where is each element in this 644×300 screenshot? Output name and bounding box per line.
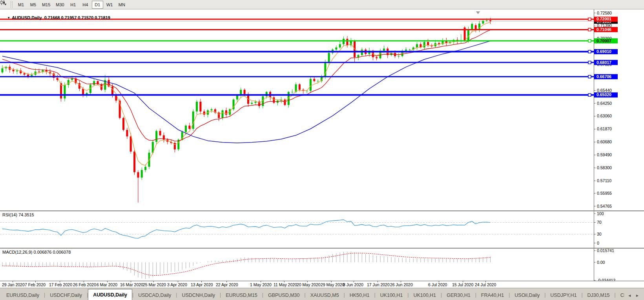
ohlc-open: 0.71668 bbox=[44, 15, 60, 20]
price-tick-label: 0.61870 bbox=[597, 126, 612, 131]
macd-canvas[interactable]: 0.0157410.00-0.024412 bbox=[0, 249, 644, 281]
chart-tab-fra40-h1[interactable]: FRA40,H1 bbox=[476, 290, 509, 300]
price-tick-label: 0.55955 bbox=[597, 191, 612, 196]
chart-tabs: EURUSD,Daily|USDCHF,Daily|AUDUSD,Daily|U… bbox=[2, 288, 624, 300]
macd-label: MACD(12,26,9) 0.006876 0.006078 bbox=[2, 250, 71, 254]
price-tick-label: 0.64250 bbox=[597, 101, 612, 106]
chart-tab-china300-h4[interactable]: CHINA300,H4 bbox=[616, 290, 624, 300]
price-tick-label: 0.63060 bbox=[597, 113, 612, 118]
main-chart-panel[interactable]: ▼AUDUSD,Daily 0.71668 0.71957 0.71570 0.… bbox=[0, 9, 644, 210]
hline-handle[interactable] bbox=[588, 75, 591, 78]
collapse-triangle-icon[interactable]: ▼ bbox=[7, 16, 10, 20]
macd-tick-label: -0.024412 bbox=[597, 278, 615, 281]
hline-handle[interactable] bbox=[588, 61, 591, 64]
macd-tick-label: 0.00 bbox=[597, 260, 605, 265]
timeframe-button-m15[interactable]: M15 bbox=[40, 1, 53, 9]
hline-price-label: 0.68017 bbox=[597, 60, 611, 65]
timeframe-button-h1[interactable]: H1 bbox=[68, 1, 79, 9]
date-label: 26 Jun 2020 bbox=[390, 282, 413, 287]
price-tick-label: 0.65440 bbox=[597, 88, 612, 93]
top-toolbar: ▼ M1M5M15M30H1H4D1W1MN bbox=[0, 0, 644, 9]
price-tick-label: 0.54765 bbox=[597, 204, 612, 209]
date-label: 17 Jun 2020 bbox=[367, 282, 390, 287]
chart-tab-usdjpy-h1[interactable]: USDJPY,H1 bbox=[545, 290, 581, 300]
date-label: 26 Feb 2020 bbox=[73, 282, 96, 287]
price-tick-label: 0.58300 bbox=[597, 165, 612, 170]
date-label: 6 Jul 2020 bbox=[428, 282, 447, 287]
hline-handle[interactable] bbox=[588, 50, 591, 53]
hline-price-label: 0.66706 bbox=[597, 74, 611, 79]
date-label: 6 Mar 2020 bbox=[97, 282, 117, 287]
timeframe-button-w1[interactable]: W1 bbox=[104, 1, 115, 9]
timeframe-button-group: M1M5M15M30H1H4D1W1MN bbox=[15, 1, 128, 9]
date-label: 11 May 2020 bbox=[274, 282, 297, 287]
tab-scroll-right-icon[interactable]: ► bbox=[635, 293, 639, 298]
tab-scroll-left-icon[interactable]: ◄ bbox=[628, 293, 631, 298]
rsi-tick-label: 100 bbox=[597, 211, 604, 216]
rsi-tick-label: 30 bbox=[597, 232, 602, 236]
chart-tab-hk50-h1[interactable]: HK50,H1 bbox=[345, 290, 374, 300]
date-label: 3 Apr 2020 bbox=[167, 282, 187, 287]
chart-tab-ger30-h1[interactable]: GER30,H1 bbox=[442, 290, 475, 300]
date-label: 17 Feb 2020 bbox=[49, 282, 72, 287]
ma-slow-line bbox=[2, 41, 491, 143]
date-label: 29 Jan 2020 bbox=[2, 282, 25, 287]
toolbar-grip bbox=[11, 2, 13, 8]
date-axis[interactable]: 29 Jan 20207 Feb 202017 Feb 202026 Feb 2… bbox=[0, 281, 644, 288]
timeframe-button-d1[interactable]: D1 bbox=[92, 1, 103, 9]
date-label: 29 May 2020 bbox=[321, 282, 345, 287]
timeframe-button-m5[interactable]: M5 bbox=[27, 1, 39, 9]
chart-tab-eurusd-daily[interactable]: EURUSD,Daily bbox=[2, 290, 44, 300]
price-tick-label: 0.60680 bbox=[597, 139, 612, 144]
rsi-tick-label: 0 bbox=[597, 241, 599, 245]
price-axis[interactable]: 0.725800.713900.702000.690100.678200.666… bbox=[594, 9, 618, 210]
chart-type-dropdown[interactable]: ▼ bbox=[1, 1, 9, 9]
chart-tab-uk100-h1[interactable]: UK100,H1 bbox=[409, 290, 441, 300]
timeframe-button-m1[interactable]: M1 bbox=[15, 1, 27, 9]
rsi-axis[interactable]: 10070300 bbox=[594, 211, 604, 248]
price-tick-label: 0.57110 bbox=[597, 178, 611, 183]
date-label: 8 Jun 2020 bbox=[343, 282, 363, 287]
tab-scroll-nav: ◄ ► bbox=[624, 293, 642, 300]
date-label: 1 May 2020 bbox=[250, 282, 272, 287]
chart-tab-usdchf-daily[interactable]: USDCHF,Daily bbox=[45, 290, 87, 300]
candlestick-series bbox=[2, 18, 492, 202]
rsi-canvas[interactable]: 10070300 bbox=[0, 211, 644, 248]
macd-axis[interactable]: 0.0157410.00-0.024412 bbox=[594, 249, 616, 281]
hline-handle[interactable] bbox=[588, 18, 591, 20]
chart-tab-gbpusd-m30[interactable]: GBPUSD,M30 bbox=[263, 290, 305, 300]
macd-tick-label: 0.015741 bbox=[597, 249, 614, 253]
timeframe-button-m30[interactable]: M30 bbox=[53, 1, 66, 9]
hline-price-label: 0.70007 bbox=[597, 38, 611, 43]
chart-tab-eurusd-m15[interactable]: EURUSD,M15 bbox=[221, 290, 262, 300]
chart-shift-marker-icon[interactable] bbox=[476, 11, 480, 14]
ohlc-close: 0.71819 bbox=[95, 15, 110, 20]
rsi-panel[interactable]: RSI(14) 74.3515 10070300 bbox=[0, 210, 644, 248]
main-chart-canvas[interactable]: 0.725800.713900.702000.690100.678200.666… bbox=[0, 9, 644, 210]
hline-handle[interactable] bbox=[588, 93, 591, 96]
chart-tab-xauusd-m5[interactable]: XAUUSD,M5 bbox=[306, 290, 344, 300]
date-label: 22 Apr 2020 bbox=[216, 282, 238, 287]
hline-handle[interactable] bbox=[588, 40, 591, 42]
timeframe-button-mn[interactable]: MN bbox=[116, 1, 128, 9]
chart-tab-usdcnh-daily[interactable]: USDCNH,Daily bbox=[177, 290, 220, 300]
date-label: 7 Feb 2020 bbox=[25, 282, 46, 287]
ohlc-high: 0.71957 bbox=[61, 15, 77, 20]
chart-tab-usdcad-daily[interactable]: USDCAD,Daily bbox=[133, 290, 176, 300]
chart-tab-audusd-daily[interactable]: AUDUSD,Daily bbox=[88, 289, 132, 300]
hline-price-label: 0.72001 bbox=[597, 16, 611, 21]
hline-price-label: 0.69010 bbox=[597, 49, 611, 54]
date-label: 15 Jul 2020 bbox=[452, 282, 473, 287]
chart-tab-uk100-h1[interactable]: UK100,H1 bbox=[376, 290, 408, 300]
chart-symbol: AUDUSD,Daily bbox=[12, 15, 42, 20]
date-label: 25 Mar 2020 bbox=[143, 282, 166, 287]
macd-panel[interactable]: MACD(12,26,9) 0.006876 0.006078 0.015741… bbox=[0, 248, 644, 281]
timeframe-button-h4[interactable]: H4 bbox=[80, 1, 91, 9]
date-label: 13 Apr 2020 bbox=[191, 282, 213, 287]
date-label: 24 Jul 2020 bbox=[475, 282, 496, 287]
chart-tab-usoil-daily[interactable]: USOil,Daily bbox=[510, 290, 544, 300]
chart-tab-dj30-m15[interactable]: DJ30,M15 bbox=[583, 290, 615, 300]
hline-handle[interactable] bbox=[588, 28, 591, 31]
date-label: 16 Mar 2020 bbox=[120, 282, 143, 287]
rsi-label: RSI(14) 74.3515 bbox=[2, 212, 34, 217]
